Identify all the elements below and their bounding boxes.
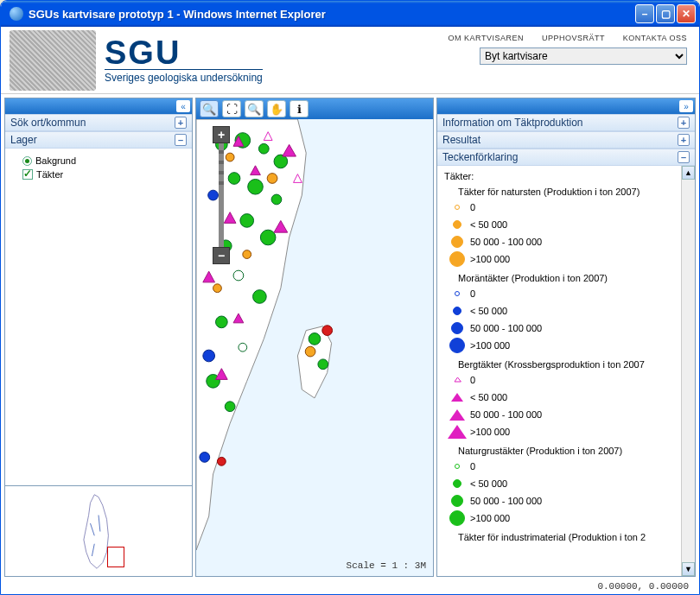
triangle-symbol-icon bbox=[449, 424, 465, 440]
zoom-out-tool[interactable]: 🔍 bbox=[245, 100, 264, 117]
map-selector[interactable]: Byt kartvisare bbox=[480, 47, 687, 65]
svg-point-7 bbox=[240, 214, 254, 228]
expand-icon[interactable]: + bbox=[678, 134, 690, 146]
svg-point-12 bbox=[216, 316, 228, 328]
info-section-header[interactable]: Information om Täktproduktion + bbox=[437, 114, 695, 131]
window-title: SGUs kartvisare prototyp 1 - Windows Int… bbox=[29, 8, 635, 21]
zoom-rect-tool[interactable]: ⛶ bbox=[222, 100, 241, 117]
map-canvas[interactable]: + − Scale = 1 : 3M bbox=[196, 119, 433, 576]
result-section-title: Resultat bbox=[442, 134, 480, 146]
logo-text: SGU bbox=[105, 36, 263, 69]
info-tool[interactable]: ℹ bbox=[290, 100, 309, 117]
overview-extent-box[interactable] bbox=[107, 547, 124, 567]
link-about[interactable]: OM KARTVISAREN bbox=[449, 34, 524, 42]
zoom-slider[interactable]: + − bbox=[212, 126, 231, 264]
legend-row: >100 000 bbox=[449, 423, 688, 440]
legend-section-title: Teckenförklaring bbox=[442, 151, 518, 163]
layer-item-takter[interactable]: Täkter bbox=[22, 168, 183, 181]
svg-point-21 bbox=[305, 346, 315, 357]
legend-row: < 50 000 bbox=[449, 389, 688, 406]
radio-icon[interactable] bbox=[22, 156, 32, 166]
close-button[interactable]: ✕ bbox=[677, 4, 696, 23]
legend-item-label: >100 000 bbox=[470, 513, 510, 523]
svg-point-16 bbox=[309, 333, 321, 345]
circle-symbol-icon bbox=[449, 493, 465, 509]
collapse-left-button[interactable]: « bbox=[176, 100, 190, 112]
circle-symbol-icon bbox=[449, 320, 465, 336]
legend-group-title: Bergtäkter (Krossbergsproduktion i ton 2… bbox=[458, 359, 688, 370]
legend-item-label: < 50 000 bbox=[470, 219, 507, 230]
legend-item-label: 0 bbox=[470, 202, 475, 212]
legend-item-label: >100 000 bbox=[470, 340, 510, 351]
coords-readout: 0.00000, 0.00000 bbox=[1, 580, 699, 594]
svg-point-19 bbox=[267, 174, 277, 184]
pan-tool[interactable]: ✋ bbox=[267, 100, 286, 117]
collapse-icon[interactable]: – bbox=[175, 134, 187, 146]
svg-point-2 bbox=[258, 143, 269, 154]
header-links: OM KARTVISAREN UPPHOVSRÄTT KONTAKTA OSS bbox=[433, 34, 687, 42]
legend-section-header[interactable]: Teckenförklaring – bbox=[437, 149, 695, 166]
collapse-icon[interactable]: – bbox=[678, 151, 690, 163]
svg-point-22 bbox=[213, 284, 222, 293]
map-panel: 🔍 ⛶ 🔍 ✋ ℹ bbox=[195, 98, 434, 577]
layer-list: Bakgrund Täkter bbox=[5, 149, 192, 187]
layers-section-header[interactable]: Lager – bbox=[5, 131, 192, 149]
ie-icon bbox=[10, 7, 23, 21]
svg-point-36 bbox=[322, 326, 333, 336]
legend-item-label: < 50 000 bbox=[470, 306, 507, 316]
collapse-right-button[interactable]: » bbox=[679, 100, 693, 112]
legend-item-label: 0 bbox=[470, 288, 475, 299]
overview-map[interactable] bbox=[5, 485, 192, 576]
svg-point-20 bbox=[243, 250, 251, 259]
circle-symbol-icon bbox=[449, 217, 465, 232]
legend-row: 50 000 - 100 000 bbox=[449, 406, 688, 423]
zoom-minus-button[interactable]: − bbox=[213, 247, 230, 264]
svg-point-9 bbox=[260, 230, 276, 245]
legend-item-label: >100 000 bbox=[470, 427, 510, 437]
zoom-plus-button[interactable]: + bbox=[213, 126, 230, 143]
scale-label: Scale = 1 : 3M bbox=[347, 560, 426, 571]
checkbox-icon[interactable] bbox=[22, 169, 33, 180]
result-section-header[interactable]: Resultat + bbox=[437, 131, 695, 149]
legend-row: 0 bbox=[449, 285, 688, 302]
zoom-track[interactable] bbox=[219, 143, 224, 247]
circle-symbol-icon bbox=[449, 476, 465, 491]
scroll-down-button[interactable]: ▼ bbox=[682, 562, 695, 576]
header-image bbox=[10, 30, 96, 91]
legend-body: Täkter: Täkter för natursten (Produktion… bbox=[437, 166, 695, 576]
legend-row: >100 000 bbox=[449, 510, 688, 527]
legend-item-label: 0 bbox=[470, 461, 475, 472]
circle-symbol-icon bbox=[449, 303, 465, 319]
logo-subtitle: Sveriges geologiska undersökning bbox=[105, 69, 263, 84]
circle-symbol-icon bbox=[449, 510, 465, 526]
svg-point-6 bbox=[271, 194, 282, 205]
circle-symbol-icon bbox=[449, 199, 465, 215]
legend-scrollbar[interactable]: ▲ ▼ bbox=[681, 166, 695, 576]
svg-marker-38 bbox=[455, 377, 461, 382]
info-section-title: Information om Täktproduktion bbox=[442, 117, 583, 129]
expand-icon[interactable]: + bbox=[175, 117, 187, 129]
svg-point-15 bbox=[225, 402, 235, 412]
triangle-symbol-icon bbox=[449, 389, 465, 405]
zoom-in-tool[interactable]: 🔍 bbox=[200, 100, 219, 117]
legend-item-label: >100 000 bbox=[470, 254, 510, 264]
circle-symbol-icon bbox=[449, 286, 465, 301]
layer-label: Täkter bbox=[36, 169, 63, 180]
layer-label: Bakgrund bbox=[35, 155, 76, 166]
svg-point-11 bbox=[253, 290, 267, 304]
legend-row: >100 000 bbox=[449, 337, 688, 354]
logo: SGU Sveriges geologiska undersökning bbox=[105, 36, 263, 84]
window-titlebar: SGUs kartvisare prototyp 1 - Windows Int… bbox=[1, 1, 699, 27]
minimize-button[interactable]: – bbox=[635, 4, 654, 23]
scroll-up-button[interactable]: ▲ bbox=[682, 166, 695, 180]
legend-row: < 50 000 bbox=[449, 475, 688, 492]
layer-item-background[interactable]: Bakgrund bbox=[22, 154, 183, 168]
search-section-title: Sök ort/kommun bbox=[10, 117, 86, 129]
maximize-button[interactable]: ▢ bbox=[656, 4, 675, 23]
search-section-header[interactable]: Sök ort/kommun + bbox=[5, 114, 192, 131]
legend-row: < 50 000 bbox=[449, 216, 688, 233]
link-contact[interactable]: KONTAKTA OSS bbox=[623, 34, 687, 42]
link-copyright[interactable]: UPPHOVSRÄTT bbox=[542, 34, 605, 42]
expand-icon[interactable]: + bbox=[678, 117, 690, 129]
legend-row: 0 bbox=[449, 458, 688, 475]
